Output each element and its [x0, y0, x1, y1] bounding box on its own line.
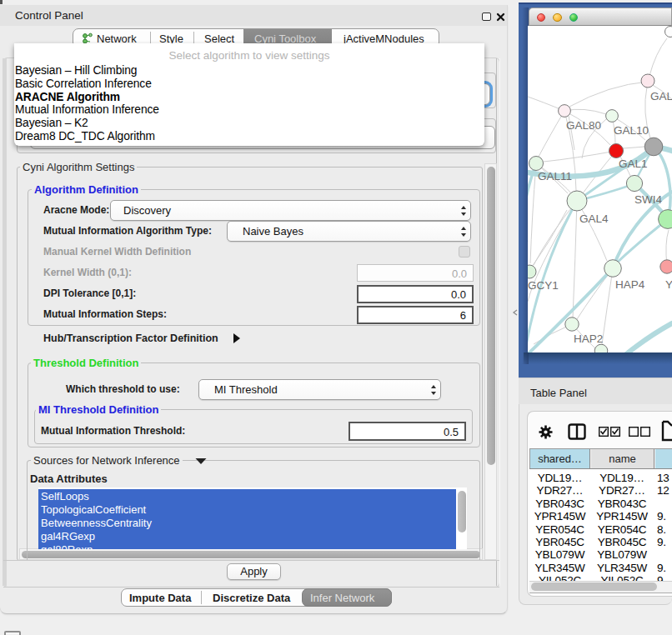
- svg-text:GAL10: GAL10: [614, 124, 649, 137]
- svg-text:GAL: GAL: [650, 90, 672, 102]
- svg-text:Y: Y: [665, 278, 672, 291]
- svg-text:GCY1: GCY1: [528, 279, 559, 292]
- svg-text:HAP4: HAP4: [615, 278, 645, 291]
- svg-text:GAL1: GAL1: [619, 158, 648, 170]
- svg-text:GAL4: GAL4: [579, 212, 609, 225]
- svg-text:GAL11: GAL11: [538, 170, 572, 182]
- svg-text:HAP2: HAP2: [574, 332, 603, 345]
- svg-text:GAL80: GAL80: [566, 119, 601, 132]
- svg-text:SWI4: SWI4: [634, 193, 662, 206]
